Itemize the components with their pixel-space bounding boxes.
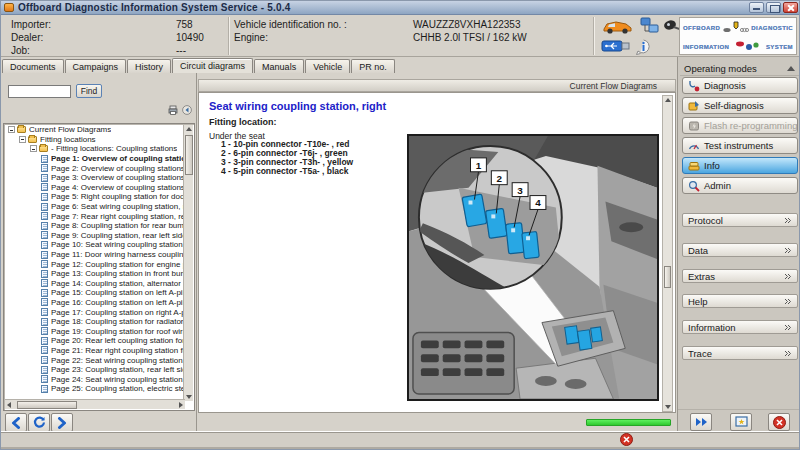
mode-button-test-instruments[interactable]: Test instruments <box>682 137 798 154</box>
section-protocol[interactable]: Protocol <box>682 213 798 227</box>
minimize-button[interactable] <box>749 2 764 13</box>
tree-page-item[interactable]: Page 12: Coupling station for engine pre… <box>4 259 184 269</box>
tab-circuit-diagrams[interactable]: Circuit diagrams <box>172 58 253 73</box>
tree-page-item[interactable]: Page 19: Coupling station for roof wirin… <box>4 326 184 336</box>
screen-button[interactable] <box>730 413 752 431</box>
collapse-panel-icon[interactable] <box>182 105 192 115</box>
tree-folder[interactable]: Fitting locations <box>4 135 184 145</box>
mode-button-label: Admin <box>704 180 731 191</box>
tree-vertical-scrollbar[interactable] <box>183 125 193 401</box>
tree-page-item[interactable]: Page 13: Coupling station in front bumpe… <box>4 269 184 279</box>
tree-page-item[interactable]: Page 22: Seat wiring coupling station, r… <box>4 355 184 365</box>
folder-icon <box>17 126 26 133</box>
double-chevron-icon <box>784 322 792 333</box>
expand-icon[interactable] <box>19 136 26 143</box>
back-button[interactable] <box>5 413 27 432</box>
stop-loading-icon[interactable] <box>620 433 633 446</box>
section-data[interactable]: Data <box>682 243 798 257</box>
tab-bar: DocumentsCampaignsHistoryCircuit diagram… <box>2 58 396 73</box>
logo-word-information: INFORMATION <box>683 44 729 50</box>
page-icon <box>41 385 48 393</box>
tab-history[interactable]: History <box>127 59 171 73</box>
page-icon <box>41 260 48 268</box>
tree-item-label: Current Flow Diagrams <box>29 125 111 134</box>
double-chevron-icon <box>784 271 792 282</box>
close-button[interactable] <box>783 2 798 13</box>
tree-page-item[interactable]: Page 18: Coupling station for radiator f… <box>4 317 184 327</box>
mode-button-self-diagnosis[interactable]: Self-diagnosis <box>682 97 798 114</box>
tree-folder[interactable]: - Fitting locations: Coupling stations <box>4 144 184 154</box>
tab-manuals[interactable]: Manuals <box>254 59 304 73</box>
collapse-up-icon[interactable] <box>787 66 795 71</box>
tree-page-item[interactable]: Page 6: Seat wiring coupling station, ri… <box>4 202 184 212</box>
tree-page-item[interactable]: Page 17: Coupling station on right A-pil… <box>4 307 184 317</box>
connector-line-4: 4 - 5-pin connector -T5a- , black <box>221 167 353 176</box>
tree-page-item[interactable]: Page 7: Rear right coupling station, rea… <box>4 211 184 221</box>
mode-button-flash-re-programming[interactable]: Flash re-programming <box>682 117 798 134</box>
expand-icon[interactable] <box>30 145 37 152</box>
page-icon <box>41 155 48 163</box>
page-icon <box>41 308 48 316</box>
tree-page-item[interactable]: Page 1: Overview of coupling stations (3… <box>4 154 184 164</box>
tab-vehicle[interactable]: Vehicle <box>305 59 350 73</box>
page-icon <box>41 270 48 278</box>
page-icon <box>41 289 48 297</box>
tree-page-item[interactable]: Page 23: Coupling station, rear left sid… <box>4 365 184 375</box>
maximize-button[interactable] <box>766 2 781 13</box>
fitting-location-label: Fitting location: <box>209 117 277 127</box>
callout-2: 2 <box>497 173 503 184</box>
tree-page-item[interactable]: Page 9: Coupling station, rear left side… <box>4 231 184 241</box>
car-interior-illustration: 1 2 3 4 <box>409 136 657 399</box>
tree-page-item[interactable]: Page 8: Coupling station for rear bumper <box>4 221 184 231</box>
tree-page-item[interactable]: Page 4: Overview of coupling stations (C… <box>4 183 184 193</box>
tree-item-label: Page 13: Coupling station in front bumpe… <box>51 269 184 278</box>
tree-page-item[interactable]: Page 25: Coupling station, electric stee… <box>4 384 184 394</box>
logo-word-offboard: OFFBOARD <box>683 25 720 31</box>
navigation-tree: Current Flow DiagramsFitting locations- … <box>3 123 195 411</box>
section-help[interactable]: Help <box>682 294 798 308</box>
search-input[interactable] <box>8 85 71 98</box>
expand-icon[interactable] <box>8 126 15 133</box>
fast-forward-button[interactable] <box>690 413 712 431</box>
tree-page-item[interactable]: Page 3: Overview of coupling stations (5… <box>4 173 184 183</box>
section-trace[interactable]: Trace <box>682 346 798 360</box>
section-label: Protocol <box>688 215 723 226</box>
double-chevron-icon <box>784 296 792 307</box>
tab-pr-no[interactable]: PR no. <box>351 59 395 73</box>
forward-button[interactable] <box>51 413 73 432</box>
section-extras[interactable]: Extras <box>682 269 798 283</box>
tree-horizontal-scrollbar[interactable] <box>5 399 185 409</box>
brand-marks-top <box>723 21 749 35</box>
tree-page-item[interactable]: Page 14: Coupling station, alternator <box>4 279 184 289</box>
tab-documents[interactable]: Documents <box>2 59 64 73</box>
content-vertical-scrollbar[interactable] <box>662 95 673 412</box>
callout-1: 1 <box>476 160 482 171</box>
page-icon <box>41 337 48 345</box>
tree-page-item[interactable]: Page 5: Right coupling station for door … <box>4 192 184 202</box>
tree-page-item[interactable]: Page 24: Seat wiring coupling station, l… <box>4 374 184 384</box>
tree-page-item[interactable]: Page 10: Seat wiring coupling station, l… <box>4 240 184 250</box>
tree-folder[interactable]: Current Flow Diagrams <box>4 125 184 135</box>
page-icon <box>41 251 48 259</box>
tree-page-item[interactable]: Page 21: Rear right coupling station for… <box>4 346 184 356</box>
mode-button-admin[interactable]: Admin <box>682 177 798 194</box>
tree-item-label: Page 1: Overview of coupling stations (3… <box>51 154 184 163</box>
admin-icon <box>687 179 700 192</box>
find-button[interactable]: Find <box>76 84 102 98</box>
tree-item-label: Page 4: Overview of coupling stations (C… <box>51 183 184 192</box>
mode-button-diagnosis[interactable]: Diagnosis <box>682 77 798 94</box>
print-icon[interactable] <box>168 105 178 115</box>
refresh-button[interactable] <box>28 413 50 432</box>
info-icon <box>687 159 700 172</box>
tree-page-item[interactable]: Page 16: Coupling station on left A-pill… <box>4 298 184 308</box>
section-information[interactable]: Information <box>682 320 798 334</box>
refresh-icon <box>33 416 46 429</box>
mode-button-info[interactable]: Info <box>682 157 798 174</box>
tree-page-item[interactable]: Page 20: Rear left coupling station for … <box>4 336 184 346</box>
tree-page-item[interactable]: Page 15: Coupling station on left A-pill… <box>4 288 184 298</box>
tree-page-item[interactable]: Page 11: Door wiring harness coupling st… <box>4 250 184 260</box>
tab-campaigns[interactable]: Campaigns <box>65 59 127 73</box>
dealer-label: Dealer: <box>11 32 43 43</box>
exit-button[interactable] <box>768 413 790 431</box>
tree-page-item[interactable]: Page 2: Overview of coupling stations (4… <box>4 163 184 173</box>
